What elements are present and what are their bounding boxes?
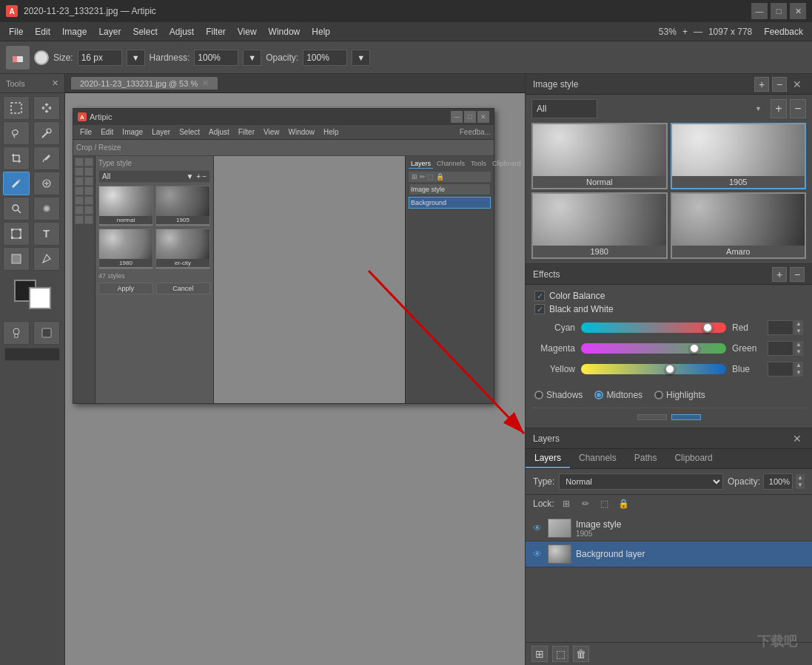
blue-input[interactable]: 47 <box>768 362 793 377</box>
color-balance-checkbox[interactable] <box>534 291 545 301</box>
highlights-radio[interactable] <box>654 391 663 399</box>
menu-adjust[interactable]: Adjust <box>164 25 200 38</box>
inner-tool-3[interactable] <box>75 167 84 176</box>
inner-layer-item-2[interactable]: Background <box>409 197 491 209</box>
zoom-tool-btn[interactable] <box>3 197 30 220</box>
inner-menu-view[interactable]: View <box>260 127 283 137</box>
green-spin-up[interactable]: ▲ <box>794 341 803 348</box>
yellow-slider-thumb[interactable] <box>665 364 675 374</box>
inner-menu-help[interactable]: Help <box>320 127 343 137</box>
inner-tool-2[interactable] <box>84 158 93 166</box>
inner-tool-1[interactable] <box>75 158 84 166</box>
size-input[interactable] <box>78 50 122 66</box>
menu-edit[interactable]: Edit <box>29 25 56 38</box>
inner-style-plus[interactable]: + <box>196 172 201 180</box>
layer-item-background[interactable]: 👁 Background layer <box>526 541 812 567</box>
menu-file[interactable]: File <box>3 25 29 38</box>
inner-menu-edit[interactable]: Edit <box>97 127 117 137</box>
opacity-spin-down[interactable]: ▼ <box>796 482 805 489</box>
tab-paths[interactable]: Paths <box>625 449 666 468</box>
inner-style-dropdown[interactable]: All ▼ + − <box>98 170 210 183</box>
minimize-button[interactable]: — <box>751 3 768 19</box>
inner-tool-4[interactable] <box>84 167 93 176</box>
eyedropper-btn[interactable] <box>33 146 60 170</box>
canvas-tab-close[interactable]: ✕ <box>202 78 209 88</box>
shape-tool-btn[interactable] <box>3 247 30 271</box>
menu-layer[interactable]: Layer <box>93 25 127 38</box>
magenta-slider-track[interactable] <box>581 343 726 354</box>
menu-image[interactable]: Image <box>56 25 93 38</box>
green-input[interactable]: 61 <box>768 341 793 356</box>
menu-help[interactable]: Help <box>306 25 336 38</box>
hardness-dropdown-btn[interactable]: ▼ <box>243 50 261 66</box>
red-spin-up[interactable]: ▲ <box>794 320 803 328</box>
style-add-btn[interactable]: + <box>771 99 787 118</box>
lock-move-btn[interactable]: ⊞ <box>559 496 574 511</box>
inner-menu-layer[interactable]: Layer <box>148 127 174 137</box>
style-select[interactable]: All Vintage Black & White <box>531 99 597 118</box>
background-color[interactable] <box>29 287 51 309</box>
layer-visibility-1[interactable]: 👁 <box>531 522 543 534</box>
pen-tool-btn[interactable] <box>33 247 60 271</box>
tab-layers[interactable]: Layers <box>526 449 570 468</box>
style-remove-btn[interactable]: − <box>790 99 806 118</box>
lasso-tool-btn[interactable] <box>3 121 30 145</box>
inner-menu-image[interactable]: Image <box>118 127 147 137</box>
inner-tool-11[interactable] <box>75 206 84 215</box>
magenta-slider-thumb[interactable] <box>689 343 699 354</box>
tab-clipboard[interactable]: Clipboard <box>665 449 721 468</box>
opacity-spin-up[interactable]: ▲ <box>796 474 805 482</box>
inner-tab-layers[interactable]: Layers <box>409 159 433 169</box>
green-spin-down[interactable]: ▼ <box>794 348 803 356</box>
inner-tool-9[interactable] <box>75 196 84 205</box>
blue-spin-down[interactable]: ▼ <box>794 369 803 377</box>
lock-draw-btn[interactable]: ✏ <box>578 496 593 511</box>
inner-tab-tools[interactable]: Tools <box>469 159 489 169</box>
menu-select[interactable]: Select <box>127 25 163 38</box>
crop-tool-btn[interactable] <box>3 146 30 170</box>
opacity-input[interactable] <box>303 50 347 66</box>
style-thumb-1905[interactable]: 1905 <box>671 123 807 189</box>
canvas-tab-main[interactable]: 2020-11-23_133231.jpg @ 53 % ✕ <box>71 77 218 90</box>
inner-minimize-btn[interactable]: — <box>451 111 463 123</box>
menu-filter[interactable]: Filter <box>200 25 232 38</box>
style-thumb-amaro[interactable]: Amaro <box>671 192 807 259</box>
inner-style-1980[interactable]: 1980 <box>98 229 153 269</box>
cyan-slider-thumb[interactable] <box>702 323 713 333</box>
inner-style-normal[interactable]: normal <box>98 186 153 226</box>
midtones-option[interactable]: Midtones <box>594 390 642 400</box>
cyan-slider-track[interactable] <box>581 323 726 333</box>
layer-item-image-style[interactable]: 👁 Image style 1905 <box>526 516 812 541</box>
opacity-input[interactable] <box>763 473 793 490</box>
image-style-minus-btn[interactable]: − <box>772 77 787 92</box>
heal-tool-btn[interactable] <box>33 172 60 195</box>
tools-close-button[interactable]: ✕ <box>52 78 58 88</box>
inner-style-minus[interactable]: − <box>202 172 207 180</box>
lock-crop-btn[interactable]: ⬚ <box>597 496 612 511</box>
inner-menu-file[interactable]: File <box>76 127 95 137</box>
opacity-dropdown-btn[interactable]: ▼ <box>352 50 370 66</box>
inner-tool-8[interactable] <box>84 186 93 195</box>
black-swatch[interactable] <box>4 348 60 361</box>
text-tool-btn[interactable]: T <box>33 222 60 246</box>
inner-style-ercity[interactable]: er-city <box>155 229 210 269</box>
layers-close-btn[interactable]: ✕ <box>790 431 805 446</box>
image-style-close-btn[interactable]: ✕ <box>790 77 805 92</box>
inner-layer-item-1[interactable]: Image style <box>409 183 491 195</box>
close-button[interactable]: ✕ <box>790 3 806 19</box>
blue-spin-up[interactable]: ▲ <box>794 362 803 369</box>
inner-style-1905[interactable]: 1905 <box>155 186 210 226</box>
preset-btn-1[interactable] <box>637 414 667 420</box>
inner-menu-filter[interactable]: Filter <box>235 127 258 137</box>
extra-tool-1[interactable] <box>3 321 30 345</box>
inner-apply-btn[interactable]: Apply <box>98 283 153 294</box>
effects-plus-btn[interactable]: + <box>772 267 787 282</box>
canvas-content[interactable]: A Artipic — □ ✕ File Edit Image Lay <box>65 93 525 665</box>
inner-tool-5[interactable] <box>75 177 84 186</box>
inner-cancel-btn[interactable]: Cancel <box>156 283 211 294</box>
effects-minus-btn[interactable]: − <box>790 267 805 282</box>
blur-tool-btn[interactable] <box>33 197 60 220</box>
lock-all-btn[interactable]: 🔒 <box>617 496 631 511</box>
inner-tool-12[interactable] <box>84 206 93 215</box>
inner-maximize-btn[interactable]: □ <box>464 111 476 123</box>
